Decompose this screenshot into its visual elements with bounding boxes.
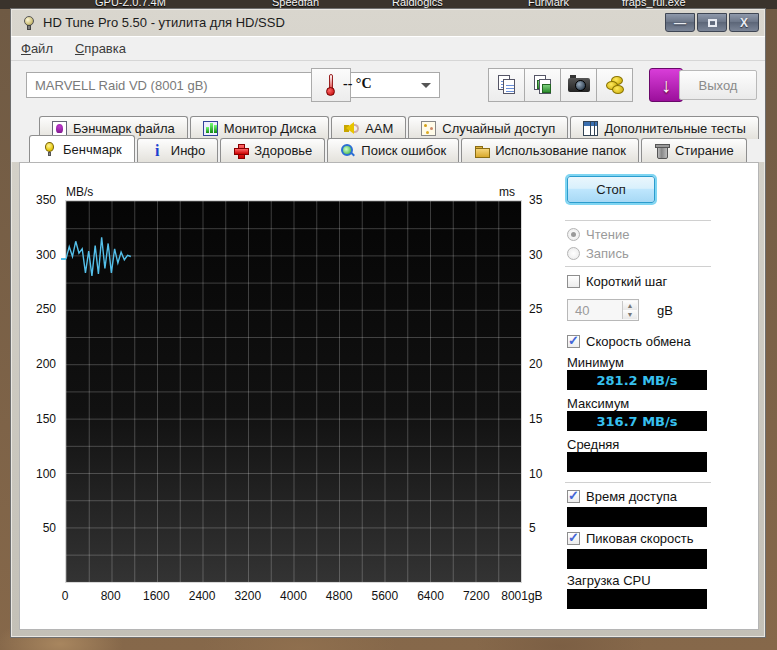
cpu-usage-value xyxy=(567,589,707,609)
y-left-axis-title: MB/s xyxy=(66,185,93,199)
desktop-icon-label: Speedfan xyxy=(272,0,319,8)
transfer-rate-curve xyxy=(66,201,521,582)
update-download-button[interactable]: ↓ xyxy=(649,68,683,102)
burst-rate-row[interactable]: Пиковая скорость xyxy=(567,531,694,546)
transfer-rate-label: Скорость обмена xyxy=(586,334,691,349)
folder-icon xyxy=(474,143,489,158)
y-left-tick-labels: 35030025020015010050 xyxy=(20,200,60,583)
tab-label: Бэнчмарк файла xyxy=(73,121,175,136)
drive-selector-dropdown[interactable]: MARVELL Raid VD (8001 gB) xyxy=(26,72,440,98)
stride-size-value: 40 xyxy=(575,303,589,318)
read-radio-label: Чтение xyxy=(586,227,629,242)
tab-folder-usage[interactable]: Использование папок xyxy=(461,138,639,162)
y-right-axis-title: ms xyxy=(499,185,515,199)
tab-strip: Бэнчмарк файла Монитор Диска AAM Случайн… xyxy=(11,115,765,162)
menu-file[interactable]: Файл xyxy=(21,41,53,56)
read-radio[interactable] xyxy=(567,228,580,241)
maximum-label: Максимум xyxy=(567,396,629,411)
random-access-icon xyxy=(421,121,436,136)
maximize-icon xyxy=(708,19,717,27)
stride-size-unit: gB xyxy=(657,303,673,318)
tab-label: AAM xyxy=(365,121,393,136)
benchmark-icon xyxy=(42,142,57,157)
app-window: HD Tune Pro 5.50 - утилита для HD/SSD — … xyxy=(10,8,766,638)
download-arrow-icon: ↓ xyxy=(661,74,671,97)
tab-benchmark[interactable]: Бенчмарк xyxy=(29,135,135,162)
desktop-icon-label: FurMark xyxy=(528,0,569,8)
tab-health[interactable]: Здоровье xyxy=(220,138,325,162)
tab-label: Здоровье xyxy=(254,143,312,158)
access-time-label: Время доступа xyxy=(586,489,677,504)
access-time-value xyxy=(567,507,707,527)
tab-label: Поиск ошибок xyxy=(361,143,446,158)
copy-text-button[interactable] xyxy=(488,68,525,102)
access-time-row[interactable]: Время доступа xyxy=(567,489,677,504)
access-time-checkbox[interactable] xyxy=(567,490,580,503)
write-radio-row[interactable]: Запись xyxy=(567,246,629,261)
cpu-usage-label: Загрузка CPU xyxy=(567,573,651,588)
tab-label: Стирание xyxy=(675,143,734,158)
close-button[interactable]: X xyxy=(729,13,759,32)
tab-error-scan[interactable]: Поиск ошибок xyxy=(327,138,459,162)
temperature-value: -- °C xyxy=(343,76,372,92)
stride-size-row: 40 ▲▼ gB xyxy=(567,299,673,321)
tab-label: Инфо xyxy=(171,143,205,158)
short-stride-row[interactable]: Короткий шаг xyxy=(567,274,667,289)
benchmark-panel: MB/s ms 35030025020015010050 35302520151… xyxy=(19,162,759,630)
trash-icon xyxy=(654,143,669,158)
stop-button[interactable]: Стоп xyxy=(567,176,655,203)
tab-extra-tests[interactable]: Дополнительные тесты xyxy=(570,116,758,139)
y-right-tick-labels: 3530252015105 xyxy=(527,200,557,583)
short-stride-checkbox[interactable] xyxy=(567,275,580,288)
read-radio-row[interactable]: Чтение xyxy=(567,227,629,242)
tab-disk-monitor[interactable]: Монитор Диска xyxy=(190,116,329,139)
short-stride-label: Короткий шаг xyxy=(586,274,667,289)
tab-label: Монитор Диска xyxy=(224,121,316,136)
menu-help[interactable]: Справка xyxy=(75,41,126,56)
separator xyxy=(565,482,711,483)
toolbar: MARVELL Raid VD (8001 gB) -- °C ↓ Выход xyxy=(11,61,765,115)
maximum-value: 316.7 MB/s xyxy=(567,411,707,431)
titlebar: HD Tune Pro 5.50 - утилита для HD/SSD — … xyxy=(11,9,765,36)
transfer-rate-checkbox[interactable] xyxy=(567,335,580,348)
tab-label: Дополнительные тесты xyxy=(604,121,745,136)
tab-erase[interactable]: Стирание xyxy=(641,138,747,162)
burst-rate-checkbox[interactable] xyxy=(567,532,580,545)
info-icon: i xyxy=(150,143,165,158)
disk-monitor-icon xyxy=(203,121,218,136)
average-label: Средняя xyxy=(567,437,619,452)
separator xyxy=(565,220,711,221)
copy-text-icon xyxy=(498,75,516,95)
benchmark-chart: MB/s ms 35030025020015010050 35302520151… xyxy=(20,163,565,631)
exit-button[interactable]: Выход xyxy=(679,70,757,100)
burst-rate-label: Пиковая скорость xyxy=(586,531,694,546)
app-icon xyxy=(21,15,37,31)
window-title: HD Tune Pro 5.50 - утилита для HD/SSD xyxy=(43,15,665,30)
tab-random-access[interactable]: Случайный доступ xyxy=(408,116,568,139)
stride-size-stepper[interactable]: ▲▼ xyxy=(622,301,637,319)
speaker-icon xyxy=(344,121,359,136)
tab-label: Использование папок xyxy=(495,143,626,158)
health-cross-icon xyxy=(233,143,248,158)
screenshot-button[interactable] xyxy=(560,68,597,102)
tab-label: Бенчмарк xyxy=(63,142,122,157)
tab-info[interactable]: i Инфо xyxy=(137,138,218,162)
donate-button[interactable] xyxy=(596,68,633,102)
chart-plot-area xyxy=(65,200,522,583)
maximize-button[interactable] xyxy=(697,13,727,32)
benchmark-controls: Стоп Чтение Запись Короткий шаг 40 ▲▼ xyxy=(565,163,760,631)
stride-size-input[interactable]: 40 ▲▼ xyxy=(567,299,639,321)
extra-tests-icon xyxy=(583,121,598,136)
tab-aam[interactable]: AAM xyxy=(331,116,406,139)
x-tick-labels: 0800160024003200400048005600640072008001… xyxy=(65,589,522,603)
magnifier-icon xyxy=(340,143,355,158)
minimize-button[interactable]: — xyxy=(665,13,695,32)
write-radio[interactable] xyxy=(567,247,580,260)
transfer-rate-row[interactable]: Скорость обмена xyxy=(567,334,691,349)
average-value xyxy=(567,452,707,472)
separator xyxy=(565,266,711,267)
drive-selector-value: MARVELL Raid VD (8001 gB) xyxy=(35,78,208,93)
burst-rate-value xyxy=(567,549,707,569)
copy-image-button[interactable] xyxy=(524,68,561,102)
minimum-value: 281.2 MB/s xyxy=(567,370,707,390)
